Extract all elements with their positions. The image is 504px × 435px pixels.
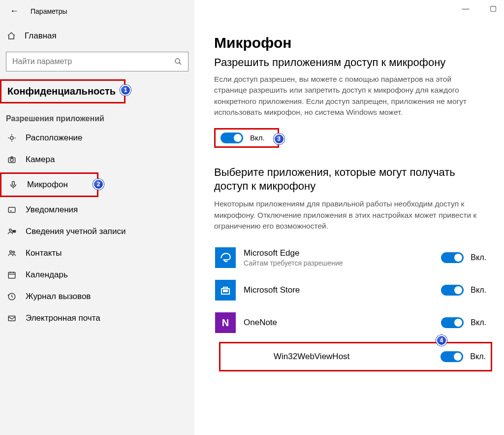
- microphone-icon: [8, 180, 18, 190]
- contacts-icon: [7, 248, 17, 258]
- allow-apps-description: Если доступ разрешен, вы можете с помощь…: [214, 74, 485, 118]
- allow-apps-toggle-label: Вкл.: [250, 134, 265, 142]
- store-icon: [215, 280, 236, 301]
- svg-point-10: [10, 251, 12, 253]
- call-history-icon: [7, 292, 17, 301]
- app-toggle-store[interactable]: [441, 285, 464, 296]
- sidebar-item-label: Расположение: [26, 133, 83, 143]
- svg-rect-22: [226, 290, 227, 292]
- page-title: Микрофон: [214, 34, 492, 51]
- search-icon: [174, 58, 182, 66]
- sidebar-item-contacts[interactable]: Контакты: [0, 242, 194, 264]
- svg-rect-21: [223, 290, 225, 292]
- app-row-onenote: N OneNote Вкл.: [214, 306, 492, 339]
- window-minimize-button[interactable]: —: [459, 4, 472, 13]
- sidebar-item-account-info[interactable]: Сведения учетной записи: [0, 221, 194, 242]
- sidebar-item-microphone[interactable]: Микрофон 2: [0, 172, 98, 197]
- app-row-store: Microsoft Store Вкл.: [214, 274, 492, 306]
- blank-app-icon: [245, 346, 266, 367]
- app-toggle-label: Вкл.: [471, 318, 486, 327]
- sidebar-item-label: Сведения учетной записи: [26, 227, 126, 236]
- allow-apps-toggle[interactable]: [220, 133, 243, 143]
- sidebar-item-label: Контакты: [26, 248, 62, 258]
- choose-apps-heading: Выберите приложения, которые могут получ…: [214, 166, 492, 194]
- sidebar-item-location[interactable]: Расположение: [0, 127, 194, 149]
- camera-icon: [7, 155, 17, 165]
- privacy-section-header[interactable]: Конфиденциальность 1: [0, 79, 126, 103]
- sidebar-item-label: Камера: [26, 155, 55, 165]
- svg-point-2: [10, 136, 13, 139]
- app-toggle-label: Вкл.: [471, 286, 486, 295]
- calendar-icon: [7, 270, 17, 280]
- app-row-edge: Microsoft Edge Сайтам требуется разрешен…: [214, 241, 492, 274]
- app-row-win32webviewhost: Win32WebViewHost Вкл.: [219, 342, 492, 371]
- annotation-badge-2: 2: [93, 179, 104, 190]
- app-toggle-label: Вкл.: [471, 253, 486, 262]
- back-icon[interactable]: ←: [10, 6, 19, 16]
- sidebar-item-label: Уведомления: [26, 205, 78, 215]
- app-toggle-label: Вкл.: [470, 352, 486, 361]
- email-icon: [7, 313, 17, 323]
- sidebar-item-label: Микрофон: [27, 180, 68, 190]
- app-name: Win32WebViewHost: [274, 352, 433, 362]
- app-name: OneNote: [244, 318, 433, 328]
- app-subtext: Сайтам требуется разрешение: [244, 259, 433, 267]
- sidebar-item-call-history[interactable]: Журнал вызовов: [0, 286, 194, 307]
- app-name: Microsoft Store: [244, 285, 433, 295]
- sidebar-item-label: Календарь: [26, 270, 68, 280]
- annotation-badge-1: 1: [120, 85, 131, 96]
- main-content: — ▢ Микрофон Разрешить приложениям досту…: [194, 0, 504, 435]
- allow-apps-heading: Разрешить приложениям доступ к микрофону: [214, 56, 492, 69]
- window-title: Параметры: [31, 7, 67, 15]
- app-toggle-onenote[interactable]: [441, 317, 464, 328]
- sidebar-item-camera[interactable]: Камера: [0, 149, 194, 170]
- svg-line-1: [179, 63, 181, 65]
- svg-point-8: [9, 229, 12, 232]
- account-icon: [7, 227, 17, 236]
- search-input-wrap[interactable]: [6, 52, 189, 71]
- svg-point-0: [175, 59, 180, 63]
- svg-rect-12: [8, 272, 15, 278]
- svg-rect-7: [8, 207, 15, 213]
- sidebar-item-home[interactable]: Главная: [0, 26, 194, 46]
- svg-point-4: [10, 159, 13, 162]
- annotation-badge-3: 3: [274, 134, 284, 144]
- location-icon: [7, 133, 17, 143]
- sidebar-item-label: Журнал вызовов: [26, 292, 91, 301]
- search-input[interactable]: [12, 57, 174, 66]
- app-toggle-edge[interactable]: [441, 252, 464, 263]
- home-label: Главная: [25, 31, 57, 41]
- permissions-section-header: Разрешения приложений: [0, 107, 194, 127]
- window-maximize-button[interactable]: ▢: [486, 4, 500, 13]
- sidebar-item-notifications[interactable]: Уведомления: [0, 199, 194, 221]
- sidebar: ← Параметры Главная Конфиденциальность 1…: [0, 0, 194, 435]
- svg-rect-5: [12, 181, 15, 185]
- sidebar-item-email[interactable]: Электронная почта: [0, 307, 194, 329]
- notifications-icon: [7, 205, 17, 215]
- app-toggle-win32webviewhost[interactable]: [441, 351, 463, 362]
- sidebar-item-label: Электронная почта: [26, 313, 100, 323]
- svg-point-11: [13, 251, 15, 253]
- app-permission-list: Microsoft Edge Сайтам требуется разрешен…: [214, 241, 492, 371]
- allow-apps-toggle-wrap: Вкл. 3: [214, 128, 279, 148]
- sidebar-item-calendar[interactable]: Календарь: [0, 264, 194, 286]
- onenote-icon: N: [215, 312, 236, 333]
- app-name: Microsoft Edge: [244, 248, 433, 258]
- home-icon: [7, 32, 16, 40]
- privacy-header-label: Конфиденциальность: [7, 86, 116, 97]
- svg-rect-20: [8, 316, 15, 321]
- choose-apps-description: Некоторым приложениям для правильной раб…: [214, 199, 485, 232]
- edge-icon: [215, 247, 236, 268]
